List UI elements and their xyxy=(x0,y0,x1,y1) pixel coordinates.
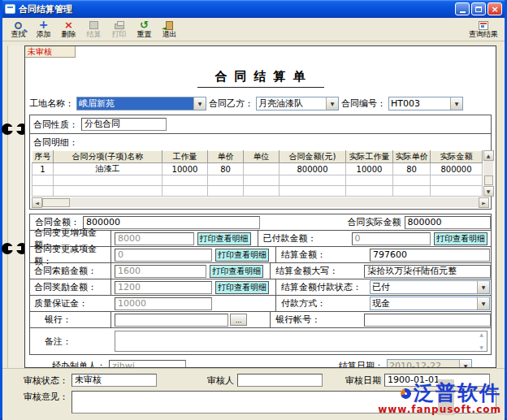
actual-amount-input[interactable]: 800000 xyxy=(405,216,491,229)
settle-icon xyxy=(89,21,98,29)
cell[interactable]: 80 xyxy=(208,163,244,175)
reset-icon: ↺ xyxy=(139,19,150,30)
col-header: 合同分项(子项)名称 xyxy=(54,151,162,163)
toolbar-add-button[interactable]: + 添加 xyxy=(31,19,56,38)
col-header: 单位 xyxy=(244,151,280,163)
remark-row: 备注： ▲ ▼ xyxy=(30,328,491,354)
scrollbar-thumb[interactable] xyxy=(42,198,70,207)
print-icon xyxy=(115,24,124,29)
col-header: 实际金额 xyxy=(431,151,483,163)
contract-nature-input[interactable]: 分包合同 xyxy=(81,118,167,131)
scroll-down-icon[interactable]: ▼ xyxy=(479,345,483,350)
scroll-up-icon[interactable]: ▲ xyxy=(483,150,494,161)
reviewer-input[interactable] xyxy=(237,374,323,387)
chevron-down-icon[interactable]: ▼ xyxy=(326,97,338,110)
col-header: 单价 xyxy=(208,151,244,163)
pay-method-select[interactable]: 现金 ▼ xyxy=(370,297,490,310)
operator-input[interactable]: zjhwj xyxy=(109,360,186,369)
toolbar-delete-button[interactable]: × 删除 xyxy=(56,19,81,38)
quality-deposit-input[interactable]: 10000 xyxy=(115,297,212,310)
col-header: 工作量 xyxy=(162,151,208,163)
bank-browse-button[interactable]: ... xyxy=(230,314,248,326)
scrollbar-thumb[interactable] xyxy=(484,175,493,185)
textarea-scrollbar[interactable]: ▲ ▼ xyxy=(476,331,487,351)
query-result-icon xyxy=(479,21,488,30)
cell[interactable]: 1 xyxy=(32,163,54,175)
operator-row: 经办制单人： zjhwj 结算日期： 2010-12-22 ▼ xyxy=(29,359,492,368)
table-row[interactable]: 1 油漆工 10000 80 800000 10000 80 800000 xyxy=(32,163,483,175)
table-row-empty[interactable] xyxy=(32,186,483,197)
change-minus-row: 合同变更减项金额： 0 打印查看明细 结算金额： 797600 xyxy=(30,247,491,263)
maximize-icon xyxy=(475,6,482,12)
claim-amount-input[interactable]: 1600 xyxy=(115,265,206,278)
toolbar-query-result-button[interactable]: 查询结果 xyxy=(467,19,500,38)
settlement-form-panel: 未审核 合同结算单 工地名称： 峨眉新苑 ▼ 合同乙方： 月亮油漆队 ▼ xyxy=(24,45,496,368)
cell[interactable]: 80 xyxy=(393,163,431,175)
party-b-select[interactable]: 月亮油漆队 ▼ xyxy=(256,97,339,110)
scroll-right-icon[interactable]: ► xyxy=(479,197,489,208)
cell[interactable]: 油漆工 xyxy=(54,163,162,175)
titlebar: 合同结算管理 × xyxy=(2,0,505,18)
horizontal-scrollbar[interactable]: ◄ ► xyxy=(32,197,489,207)
contract-no-select[interactable]: HT003 ▼ xyxy=(388,97,463,110)
paid-amount-input[interactable]: 0 xyxy=(352,232,431,245)
minimize-button[interactable] xyxy=(455,2,470,15)
print-detail-button[interactable]: 打印查看明细 xyxy=(197,232,251,245)
table-row-empty[interactable] xyxy=(32,175,483,186)
bank-input[interactable] xyxy=(115,314,228,327)
print-detail-button[interactable]: 打印查看明细 xyxy=(215,249,269,262)
delete-icon: × xyxy=(63,19,75,30)
change-minus-label: 合同变更减项金额： xyxy=(30,247,111,262)
cell[interactable]: 800000 xyxy=(431,163,483,175)
fanpu-watermark: 泛普软件 www.fanpusoft.com xyxy=(378,383,501,415)
reward-amount-input[interactable]: 1200 xyxy=(115,281,212,294)
change-minus-input[interactable]: 0 xyxy=(115,249,212,262)
toolbar-reset-button[interactable]: ↺ 重置 xyxy=(132,19,157,38)
toolbar-find-button[interactable]: 查找 xyxy=(6,19,31,38)
vertical-scrollbar[interactable]: ▲ ▼ xyxy=(483,150,493,197)
contract-detail-box: 合同性质： 分包合同 合同明细： 序号 xyxy=(29,115,492,210)
chevron-down-icon[interactable]: ▼ xyxy=(450,97,462,110)
close-button[interactable]: × xyxy=(488,2,502,15)
change-add-input[interactable]: 8000 xyxy=(115,232,194,245)
review-section: 审核状态： 未审核 审核人 审核日期 1900-01-01 审核意见： 泛普软件… xyxy=(2,368,505,420)
cell[interactable]: 800000 xyxy=(280,163,346,175)
bank-account-input[interactable] xyxy=(364,314,491,327)
contract-no-label: 合同编号： xyxy=(341,97,386,110)
cell[interactable] xyxy=(244,163,280,175)
col-header: 实际工作量 xyxy=(346,151,393,163)
print-detail-button[interactable]: 打印查看明细 xyxy=(215,281,269,294)
pay-status-select[interactable]: 已付 ▼ xyxy=(370,280,490,294)
search-icon xyxy=(15,22,22,29)
col-header: 实际单价 xyxy=(393,151,431,163)
brand-url: www.fanpusoft.com xyxy=(378,404,501,415)
cell[interactable]: 10000 xyxy=(162,163,208,175)
claim-amount-label: 合同索赔金额： xyxy=(30,263,111,279)
window-controls: × xyxy=(455,2,502,15)
review-status-input[interactable]: 未审核 xyxy=(72,374,157,387)
print-detail-button[interactable]: 打印查看明细 xyxy=(210,265,263,278)
scroll-down-icon[interactable]: ▼ xyxy=(483,186,494,197)
contract-detail-table: 序号 合同分项(子项)名称 工作量 单价 单位 合同金额(元) 实际工作量 实际… xyxy=(32,150,483,197)
cell[interactable]: 10000 xyxy=(346,163,393,175)
chevron-down-icon[interactable]: ▼ xyxy=(193,97,206,110)
maximize-button[interactable] xyxy=(471,2,486,15)
site-select[interactable]: 峨眉新苑 ▼ xyxy=(76,97,206,110)
scroll-up-icon[interactable]: ▲ xyxy=(479,332,483,337)
toolbar-exit-button[interactable]: 退出 xyxy=(157,19,182,38)
settle-amount-input[interactable]: 797600 xyxy=(370,249,490,262)
chevron-down-icon[interactable]: ▼ xyxy=(477,281,489,293)
chevron-down-icon[interactable]: ▼ xyxy=(459,360,471,368)
print-detail-button[interactable]: 打印查看明细 xyxy=(434,232,488,245)
scroll-left-icon[interactable]: ◄ xyxy=(32,197,42,208)
amount-capital-input[interactable]: 柒拾玖万柒仟陆佰元整 xyxy=(364,265,491,278)
toolbar: 查找 + 添加 × 删除 结算 打印 ↺ 重置 退出 查询结果 xyxy=(2,18,505,41)
settle-date-select[interactable]: 2010-12-22 ▼ xyxy=(387,359,472,368)
minimize-icon xyxy=(460,11,466,13)
remark-textarea[interactable]: ▲ ▼ xyxy=(115,331,488,352)
col-header: 序号 xyxy=(32,151,54,163)
chevron-down-icon[interactable]: ▼ xyxy=(477,297,489,310)
window-title: 合同结算管理 xyxy=(19,3,452,15)
status-tab: 未审核 xyxy=(25,46,76,58)
review-date-label: 审核日期 xyxy=(345,375,381,387)
